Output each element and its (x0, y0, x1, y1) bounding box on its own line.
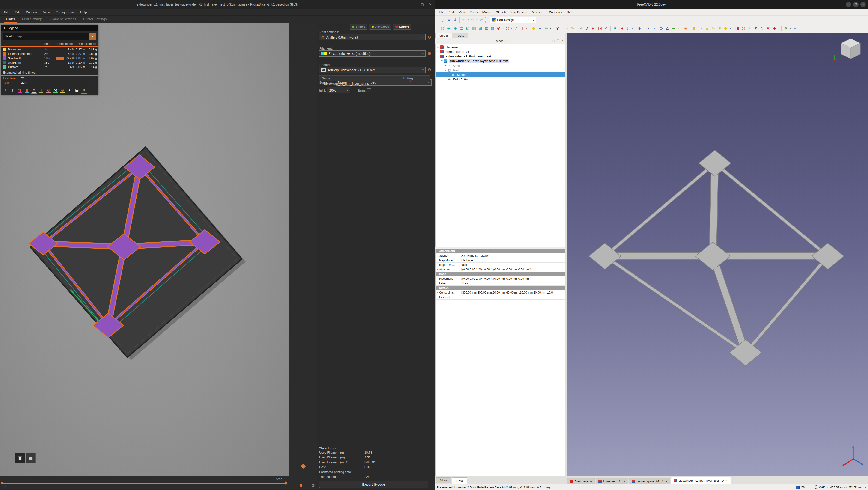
slicer-3d-viewport[interactable]: ▼ Legend Feature type ▼ Time Percentage … (0, 23, 289, 476)
create-part-button[interactable]: ◆ (531, 25, 537, 31)
open-file-button[interactable]: ▰ (446, 17, 452, 23)
subtractive-loft-button[interactable]: ▼ (753, 25, 759, 31)
create-sketch-button[interactable]: ▱ (563, 25, 569, 31)
prusaslicer-titlebar[interactable]: sidewinder_x1_first_layer_test-sidewinde… (0, 0, 435, 9)
view-type-select[interactable]: Feature type ▼ (3, 32, 96, 40)
subtractive-primitive-button[interactable]: ◆ (771, 25, 778, 31)
layer-slider-handle[interactable] (301, 464, 306, 469)
print-settings-select[interactable]: ⚙ Artillery 0.8mm - draft ▾ (319, 34, 426, 40)
menu-item[interactable]: View (456, 10, 468, 15)
tree-expander[interactable]: ▸ (437, 51, 440, 53)
sketch-polygon-button[interactable]: ◇ (658, 25, 664, 31)
tab-plater[interactable]: Plater (3, 16, 18, 23)
link-caret[interactable]: ▾ (549, 27, 552, 30)
prop-label[interactable]: Label Sketch (436, 281, 565, 286)
separator[interactable] (553, 26, 553, 31)
tree-item-pad[interactable]: ▾ ◧ Pad (436, 68, 565, 72)
doctab-unnamed[interactable]: Unnamed : 1* ✕ (596, 478, 628, 484)
datum-button[interactable]: ✚ (637, 25, 643, 31)
undo-button[interactable]: ↶ (461, 17, 467, 23)
maximize-button[interactable]: ❐ (853, 2, 859, 7)
toggle-deretractions-icon[interactable]: ⇊ (24, 87, 30, 94)
editing-icon[interactable] (407, 82, 410, 86)
toolbar-handle[interactable] (437, 26, 439, 31)
tree-item-sidewinder-body[interactable]: ▾ sidewinder_x1_first_layer_test_0.31mm (436, 59, 565, 63)
prop-external-geometry[interactable]: External ... (436, 295, 565, 300)
view-rear-button[interactable]: ▨ (477, 25, 483, 31)
reorient-sketch-button[interactable]: ◲ (597, 25, 603, 31)
doctab-corner-sprue-01[interactable]: corner_sprue_01 : 1 ✕ (629, 478, 670, 484)
tab-printer-settings[interactable]: Printer Settings (80, 16, 110, 23)
moves-slider-left-handle[interactable] (0, 481, 3, 485)
property-expander[interactable]: ▸ (436, 278, 439, 280)
prop-map-reversed[interactable]: Map Reve... false (436, 263, 565, 267)
menu-item[interactable]: Edit (446, 10, 456, 15)
toggle-shells-icon[interactable]: ▣ (74, 87, 80, 94)
prop-constraints[interactable]: ▸ Constraints [300.00 mm;300.00 mm;60.00… (436, 290, 565, 295)
menu-item[interactable]: Windows (547, 10, 564, 15)
minimize-button[interactable]: – (414, 3, 416, 6)
toggle-color-changes-icon[interactable]: ☯ (45, 87, 52, 94)
revolution-button[interactable]: ◑ (698, 25, 704, 31)
chevron-down-icon[interactable]: ▼ (89, 32, 96, 40)
view-top-button[interactable]: ▧ (464, 25, 471, 31)
prop-map-mode[interactable]: Map Mode FlatFace (436, 258, 565, 263)
whats-this-button[interactable]: ? (554, 25, 561, 31)
chevron-down-icon[interactable]: ▾ (827, 486, 828, 488)
hole-button[interactable]: ◎ (740, 25, 746, 31)
collapse-triangle-icon[interactable]: ▼ (3, 27, 5, 29)
zoom-tools-button[interactable]: ◎ (504, 25, 510, 31)
editor-view-thumbnail[interactable]: ▣ (15, 453, 25, 463)
external-geometry-button[interactable]: ▰ (670, 25, 677, 31)
printer-edit-gear-icon[interactable]: ⚙ (427, 67, 432, 72)
subshape-binder-button[interactable]: ◇ (630, 25, 637, 31)
clipping-caret[interactable]: ▾ (526, 27, 528, 30)
sketch-point-button[interactable]: • (646, 25, 652, 31)
close-button[interactable]: ✕ (860, 2, 866, 7)
menu-item[interactable]: Tools (468, 10, 480, 15)
menu-item[interactable]: File (436, 10, 446, 15)
doctab-start-page[interactable]: Start page ✕ (567, 478, 595, 484)
freecad-titlebar[interactable]: FreeCAD 0.22.0dev – ❐ ✕ (435, 0, 868, 9)
shapebinder-button[interactable]: ⇩ (624, 25, 630, 31)
fit-all-button[interactable]: ◎ (439, 25, 446, 31)
close-tab-icon[interactable]: ✕ (665, 480, 667, 483)
freecad-3d-view[interactable] (567, 33, 868, 476)
additive-primitive-button[interactable]: ◆ (723, 25, 729, 31)
panel-tab-data[interactable]: Data (452, 477, 467, 484)
redo-button[interactable]: ↷ (469, 17, 476, 23)
save-button[interactable]: ⇓ (452, 17, 458, 23)
prop-placement[interactable]: ▸ Placement [(0.00 0.00 1.00); 0.00 °; (… (436, 276, 565, 281)
leave-sketch-button[interactable]: ◰ (578, 25, 584, 31)
dock-close-icon[interactable]: ✕ (561, 39, 564, 42)
maximize-button[interactable]: ▢ (421, 3, 424, 6)
panel-tab-view[interactable]: View (436, 477, 451, 483)
toggle-center-of-mass-icon[interactable]: ◐ (67, 87, 73, 94)
create-group-button[interactable]: ▰ (537, 25, 543, 31)
clipping-plane-button[interactable]: ✛ (519, 25, 526, 31)
view-bottom-button[interactable]: ▦ (483, 25, 489, 31)
menu-item[interactable]: Sketch (494, 10, 508, 15)
sketch-line-button[interactable]: ∕ (652, 25, 658, 31)
fit-selection-button[interactable]: ◉ (446, 25, 452, 31)
new-file-button[interactable]: ▯ (439, 17, 446, 23)
preview-view-thumbnail[interactable]: ≣ (26, 453, 35, 463)
draw-style-button[interactable]: ⊘ (496, 25, 502, 31)
toolbar-handle[interactable] (486, 17, 487, 23)
legend-header[interactable]: ▼ Legend (1, 25, 98, 31)
toggle-legend-arrow-icon[interactable]: ⇩ (81, 87, 87, 94)
prop-section-sketch[interactable]: Sketch (436, 286, 565, 290)
toggle-tool-changes-icon[interactable]: ↧ (38, 87, 44, 94)
toolbar-handle[interactable] (437, 17, 439, 23)
workbench-selector[interactable]: Part Design ▾ (490, 17, 536, 23)
subtractive-caret[interactable]: ▾ (778, 27, 780, 30)
make-link-button[interactable]: ↪ (543, 25, 549, 31)
toggle-seams-icon[interactable]: ∞ (31, 87, 37, 94)
tree-item-unnamed[interactable]: ▸ Unnamed (436, 45, 565, 49)
tree-item-sketch[interactable]: ▱ Sketch (436, 72, 565, 77)
tree-item-corner-sprue-01[interactable]: ▸ corner_sprue_01 (436, 49, 565, 54)
printer-select[interactable]: Artillery Sidewinder X1 - 0.8 mm ▾ (319, 67, 426, 73)
menu-item[interactable]: Window (24, 10, 40, 15)
refresh-button[interactable]: ⟳ (478, 17, 485, 23)
tree-expander[interactable]: ▸ (444, 64, 447, 67)
